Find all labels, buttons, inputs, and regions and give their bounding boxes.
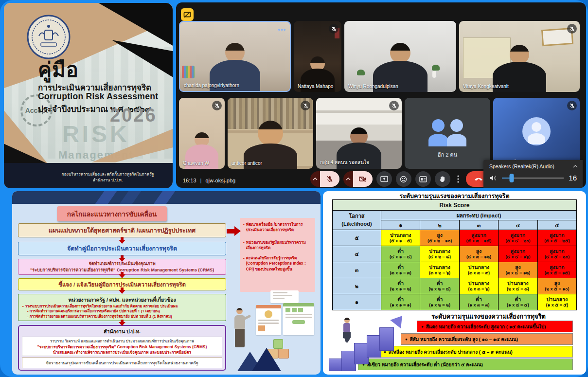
participant-name: Chavivan W [183,161,209,166]
reactions-button[interactable] [396,171,411,187]
arrow-down [119,287,125,294]
matrix-cell: ปานกลาง(๕ x ๑ = ๕) [381,230,420,246]
likelihood-cell: ๒ [333,278,381,294]
speaker-icon[interactable] [489,175,497,181]
camera-off-button[interactable] [353,171,373,187]
more-options-button[interactable] [454,171,462,187]
presenter-illustration [229,294,316,371]
video-tile-chanida[interactable]: ••• chanida pajongviriyathorn [179,21,291,92]
illustration-panel [256,305,281,335]
arrow-down [119,272,125,278]
impact-col: ๒ [420,220,459,230]
video-tile-group4[interactable]: กลุ่ม 4 ศตนน รอดสนใจ [316,98,402,169]
onpt-detail-box: รวบรวม วิเคราะห์ แผนและผลการดำเนินงาน ปร… [22,337,222,357]
muted-badge [329,24,339,34]
matrix-row: ๒ต่ำ(๒ x ๑ = ๒)ต่ำ(๒ x ๒ = ๔)ปานกลาง(๒ x… [333,278,577,294]
muted-badge [301,101,310,110]
arrow-down [119,320,125,326]
arrow-down [119,237,125,244]
mic-control [310,171,339,187]
matrix-cell: ปานกลาง(๓ x ๓ = ๙) [459,262,498,278]
matrix-cell: สูงมาก(๓ x ๕ = ๑๕) [537,262,576,278]
legend-title: ระดับความรุนแรงของความเสี่ยงการทุจริต [396,311,581,322]
layout-icon [419,176,427,182]
matrix-row: ๔ต่ำ(๔ x ๑ = ๔)ปานกลาง(๔ x ๒ = ๘)สูง(๔ x… [333,246,577,262]
mic-off-button[interactable] [320,171,339,187]
video-tile-avatar[interactable]: นวลจรรไ นตนา [493,98,580,169]
impact-col: ๕ [537,220,576,230]
matrix-cell: สูง(๒ x ๕ = ๑๐) [537,278,576,294]
matrix-cell: สูงมาก(๕ x ๔ = ๒๐) [499,230,537,246]
risk-matrix-slide: ระดับความรุนแรงของความเสี่ยงการทุจริต Ri… [323,191,586,375]
matrix-row: ๓ต่ำ(๓ x ๑ = ๓)ปานกลาง(๓ x ๒ = ๖)ปานกลาง… [333,262,577,278]
present-icon [380,176,388,182]
tile-options-icon[interactable]: ••• [278,26,286,33]
raise-hand-icon [439,176,446,183]
avatar [522,117,551,145]
onpt-line2: "ระบบการบริหารจัดการความเสี่ยงการทุจริต"… [24,344,220,350]
video-tile-vitaya[interactable]: Vitaya Kongkeatvanit [459,21,580,92]
arrow-right [227,226,241,236]
illustration-panel [270,290,299,303]
cover-year: 2026 [110,105,157,126]
volume-slider-thumb[interactable] [510,174,514,182]
meeting-info: 16:13 | qjw-oksj-pbg [183,178,235,183]
matrix-cell: ต่ำ(๑ x ๑ = ๑) [381,294,420,310]
onpt-line1: รวบรวม วิเคราะห์ แผนและผลการดำเนินงาน ปร… [24,338,220,344]
no-presentation-icon [183,11,191,18]
muted-badge [212,101,222,110]
agencies-bullet: • วางระบบการประเมินความเสี่ยงการทุจริตใน… [22,304,178,309]
flowchart-title: กลไกและแนวทางการขับเคลื่อน [57,206,167,221]
matrix-cell: ต่ำ(๔ x ๑ = ๔) [381,246,420,262]
muted-badge [567,101,577,110]
layout-button[interactable] [415,171,431,187]
matrix-cell: สูง(๔ x ๓ = ๑๒) [459,246,498,262]
collapse-chevron-icon[interactable] [573,165,578,168]
meeting-window: ••• chanida pajongviriyathorn Nattaya Ma… [176,2,586,188]
desk-pens [182,66,195,78]
vase-decor [432,71,437,78]
flow-box-national-plan: แผนแม่บทภายใต้ยุทธศาสตร์ชาติ /แผนการปฏิร… [18,223,226,237]
presenter-person [232,308,252,357]
flow-box-report: จัดรายงานสรุปผลการขับเคลื่อนการประเมินคว… [22,358,222,368]
end-call-icon [474,177,483,181]
camera-off-icon [359,176,366,182]
matrix-cell: สูงมาก(๔ x ๔ = ๑๖) [499,246,537,262]
ceiling-beam [316,110,402,113]
plant-decor [357,70,365,75]
participant-name: anticor anticor [232,161,262,166]
likelihood-cell: ๕ [333,230,381,246]
onpt-line3: นำเสนอคณะทำงานพิจารณาผลการประเมินเชิงคุณ… [24,350,220,355]
video-tile-anticor[interactable]: anticor anticor [228,98,313,169]
camera-control [343,171,373,187]
participant-name: Vitaya Kongkeatvanit [463,84,509,89]
flow-box-manual: จัดทำคู่มือการประเมินความเสี่ยงการทุจริต [18,242,226,255]
video-tile-nattaya[interactable]: Nattaya Mahapo [294,21,341,92]
agencies-header: หน่วยงานภาครัฐ / ศปท. และหน่วยงานที่เกี่… [22,296,222,304]
matrix-cell: ปานกลาง(๔ x ๒ = ๘) [420,246,459,262]
audio-device-label: Speakers (Realtek(R) Audio) [489,163,554,169]
mic-off-icon [326,176,333,182]
volume-popup: Speakers (Realtek(R) Audio) 16 [483,160,583,188]
video-tile-overflow[interactable]: อีก 2 คน [405,98,490,169]
participant-name: Winyu Roongadulpisan [348,84,398,89]
video-tile-chavivan[interactable]: Chavivan W [179,98,225,169]
slide-top-band [12,191,321,204]
arrow-down [119,255,125,262]
participant-name: Nattaya Mahapo [298,84,333,89]
legend-bar-orange: ●สีส้ม หมายถึง ความเสี่ยงระดับ สูง ( ๑๐ … [401,333,573,345]
matrix-cell: สูงมาก(๔ x ๕ = ๒๐) [537,246,576,262]
presentation-off-indicator[interactable] [181,8,194,21]
mountain-shape [252,348,281,371]
video-tile-winyu[interactable]: Winyu Roongadulpisan [344,21,456,92]
cover-subtitle-en: Corruption Risk Assessment [38,91,158,102]
pacc-emblem [26,15,71,59]
mic-options-chevron[interactable] [310,171,320,187]
volume-slider[interactable] [502,178,564,179]
camera-options-chevron[interactable] [343,171,353,187]
matrix-cell: สูงมาก(๕ x ๕ = ๒๕) [537,230,576,246]
present-button[interactable] [376,171,392,187]
matrix-cell: ต่ำ(๑ x ๔ = ๔) [499,294,537,310]
raise-hand-button[interactable] [435,171,450,187]
agencies-sub1: - การจัดทำรายงานแผนบริหารความเสี่ยงการทุ… [22,309,160,314]
